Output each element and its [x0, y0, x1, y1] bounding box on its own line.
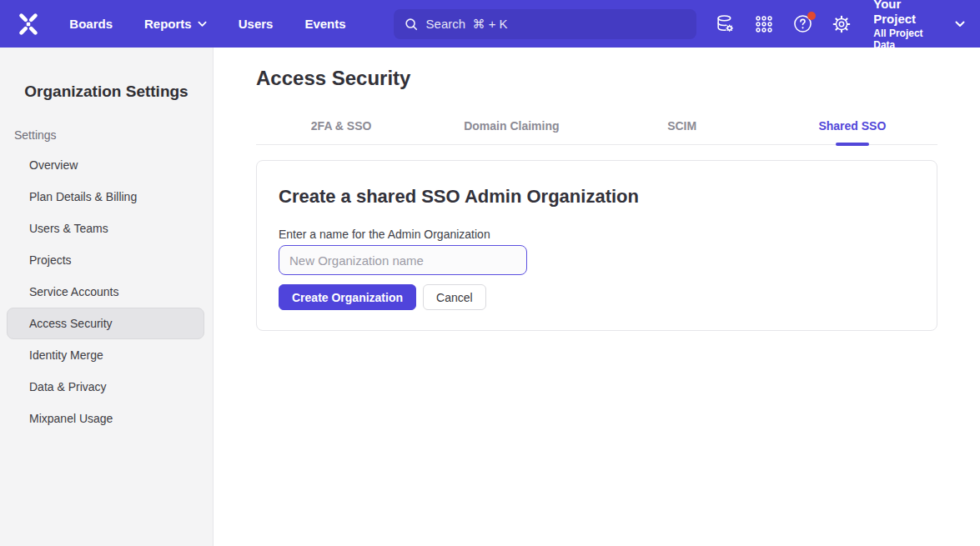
project-switcher[interactable]: Your Project All Project Data — [873, 0, 965, 51]
sidebar-item-overview[interactable]: Overview — [7, 149, 204, 181]
apps-grid-icon[interactable] — [754, 13, 774, 34]
create-organization-button[interactable]: Create Organization — [279, 284, 416, 310]
search-bar[interactable] — [394, 9, 697, 39]
nav-boards[interactable]: Boards — [69, 17, 113, 31]
settings-sidebar: Organization Settings Settings Overview … — [0, 48, 214, 546]
topbar: Boards Reports Users Events — [0, 0, 980, 48]
help-icon[interactable] — [792, 13, 813, 34]
sidebar-item-users-teams[interactable]: Users & Teams — [7, 213, 204, 244]
tab-bar: 2FA & SSO Domain Claiming SCIM Shared SS… — [256, 115, 937, 145]
sidebar-nav: Overview Plan Details & Billing Users & … — [0, 149, 213, 434]
sidebar-title: Organization Settings — [0, 83, 213, 101]
sidebar-item-data-privacy[interactable]: Data & Privacy — [7, 371, 204, 403]
nav-boards-label: Boards — [69, 17, 113, 31]
nav-events-label: Events — [304, 17, 345, 31]
topbar-right: Your Project All Project Data — [696, 0, 965, 51]
data-management-icon[interactable] — [715, 13, 736, 34]
sidebar-item-identity-merge[interactable]: Identity Merge — [7, 339, 204, 371]
sidebar-item-access-security[interactable]: Access Security — [7, 308, 204, 339]
page-title: Access Security — [256, 67, 937, 90]
chevron-down-icon — [955, 21, 965, 28]
tab-shared-sso[interactable]: Shared SSO — [767, 115, 937, 144]
cancel-button[interactable]: Cancel — [423, 284, 486, 310]
tab-2fa-sso[interactable]: 2FA & SSO — [256, 115, 426, 144]
nav-users[interactable]: Users — [239, 17, 274, 31]
settings-gear-icon[interactable] — [832, 13, 852, 34]
project-name: Your Project — [873, 0, 943, 27]
mixpanel-logo-icon[interactable] — [15, 11, 41, 38]
sidebar-item-mixpanel-usage[interactable]: Mixpanel Usage — [7, 403, 204, 434]
search-input[interactable] — [426, 17, 687, 31]
top-navigation: Boards Reports Users Events — [69, 17, 377, 31]
sidebar-item-service-accounts[interactable]: Service Accounts — [7, 276, 204, 308]
nav-events[interactable]: Events — [304, 17, 345, 31]
chevron-down-icon — [198, 21, 207, 28]
project-text: Your Project All Project Data — [873, 0, 943, 51]
nav-reports-label: Reports — [144, 17, 192, 31]
sidebar-section-label: Settings — [14, 128, 213, 142]
sidebar-item-projects[interactable]: Projects — [7, 244, 204, 276]
search-icon — [404, 17, 419, 32]
card-title: Create a shared SSO Admin Organization — [279, 186, 915, 208]
tab-domain-claiming[interactable]: Domain Claiming — [426, 115, 596, 144]
org-name-input[interactable] — [279, 245, 527, 275]
notification-badge — [807, 12, 816, 20]
button-row: Create Organization Cancel — [279, 284, 915, 310]
create-sso-org-card: Create a shared SSO Admin Organization E… — [256, 160, 937, 331]
nav-reports[interactable]: Reports — [144, 17, 207, 31]
nav-users-label: Users — [239, 17, 274, 31]
tab-scim[interactable]: SCIM — [597, 115, 767, 144]
org-name-label: Enter a name for the Admin Organization — [279, 228, 915, 241]
main-content: Access Security 2FA & SSO Domain Claimin… — [214, 48, 980, 546]
sidebar-item-plan-details-billing[interactable]: Plan Details & Billing — [7, 181, 204, 213]
